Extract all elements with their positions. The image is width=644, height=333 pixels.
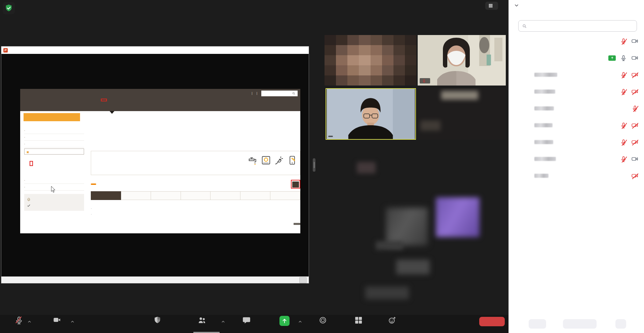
tab-income[interactable] [91,191,121,200]
participant-row[interactable] [513,169,640,182]
participant-search-input[interactable] [529,23,633,29]
my-service-button[interactable] [24,113,80,121]
participant-row[interactable] [513,102,640,115]
sidebar-subitem-info-register[interactable] [24,161,84,166]
search-icon [292,92,296,95]
tab-telecom-fee[interactable] [181,191,211,200]
blurred-patch [420,121,441,131]
shield-icon [153,316,162,325]
avatar-redacted [518,153,530,165]
nav-pointer [110,111,114,114]
participant-row[interactable] [513,119,640,132]
register-tabs [91,191,300,200]
site-search-box[interactable] [261,91,298,96]
participant-row[interactable] [513,85,640,98]
participant-name-redacted [534,174,548,178]
powerpoint-window: P | | [1,46,309,284]
chat-button[interactable] [236,316,257,332]
prev-slide-button[interactable] [239,277,246,283]
mic-on-icon [620,55,627,61]
more-options-button[interactable] [615,319,626,329]
sidebar-subitem[interactable] [24,166,84,172]
tab-health-insurance[interactable] [121,191,151,200]
share-options-chevron[interactable] [298,319,303,324]
slide-sorter-button[interactable] [280,277,287,283]
powerpoint-icon: P [3,48,8,53]
payment-history-button[interactable] [294,223,300,225]
mic-options-chevron[interactable] [27,319,32,324]
normal-view-button[interactable] [271,277,278,283]
invite-button[interactable] [529,319,546,329]
video-tile-host[interactable] [418,35,506,86]
check-icon [27,204,31,207]
slideshow-view-button[interactable] [299,277,307,283]
screen-sharing-badge [608,55,616,61]
utility-icons [248,155,297,165]
note-line [91,211,93,217]
participant-row[interactable] [513,152,640,166]
speaker-video [326,89,415,139]
sidebar-item[interactable] [24,134,84,141]
end-meeting-button[interactable] [479,317,505,326]
free-diagnosis-link[interactable] [27,196,81,202]
info-register-highlight[interactable] [30,161,33,166]
integrated-register-button[interactable] [292,181,299,188]
blurred-region [365,287,409,299]
sidebar-item[interactable] [24,127,84,134]
content-video-divider[interactable] [313,158,315,172]
avatar-redacted [518,120,530,131]
meeting-toolbar [0,315,508,333]
participant-row-host[interactable] [513,34,640,48]
reactions-button[interactable] [381,316,403,332]
tab-model-taxpayer[interactable] [270,191,300,200]
avatar-redacted [518,103,530,114]
sidebar-item[interactable] [24,177,84,184]
note-line [91,205,93,211]
mic-muted-icon [620,71,627,78]
video-tile-dark[interactable] [418,88,506,140]
tab-national-pension[interactable] [151,191,181,200]
site-header: | | [20,89,300,111]
video-tile-pixelated[interactable] [325,35,416,86]
participant-row-cohost[interactable] [513,51,640,65]
next-slide-button[interactable] [258,277,265,283]
sidebar-subitem[interactable] [24,156,84,161]
site-search-input[interactable] [262,92,292,96]
participants-options-chevron[interactable] [221,319,226,324]
site-sidebar [24,123,84,211]
view-button[interactable] [485,2,498,10]
record-button[interactable] [313,316,333,332]
notes-view-button[interactable] [249,277,256,283]
collapse-panel-chevron[interactable] [514,2,520,8]
video-tile-active-speaker[interactable] [326,88,416,140]
tab-utility-fee[interactable] [211,191,240,200]
phone-icon [287,155,297,165]
breakout-rooms-button[interactable] [346,316,371,332]
sidebar-item[interactable] [24,141,84,147]
recommend-badge [91,184,96,185]
security-button[interactable] [147,316,167,332]
video-label-speaker [328,136,333,137]
tab-tax-payment[interactable] [240,191,270,200]
recommendation-row [91,180,300,189]
participant-search[interactable] [518,20,637,32]
stop-video-button[interactable] [40,316,75,332]
promo-box [91,151,300,175]
nav-credit-management[interactable] [101,99,107,101]
participants-panel [508,0,644,333]
sidebar-item-kscore[interactable] [24,148,84,155]
participants-button[interactable] [188,316,215,332]
participant-row[interactable] [513,135,640,149]
share-screen-button[interactable] [271,316,298,332]
participant-name-redacted [534,90,555,94]
blurred-region [386,208,428,245]
mute-all-button[interactable] [563,319,597,329]
camera-off-icon [631,172,638,179]
video-options-chevron[interactable] [70,319,75,324]
integrated-register-highlight [291,180,300,189]
avatar-redacted [518,86,530,97]
reading-view-button[interactable] [290,277,297,283]
sidebar-subitem[interactable] [24,172,84,177]
service-overview-link[interactable] [27,202,81,208]
participant-row[interactable] [513,68,640,81]
